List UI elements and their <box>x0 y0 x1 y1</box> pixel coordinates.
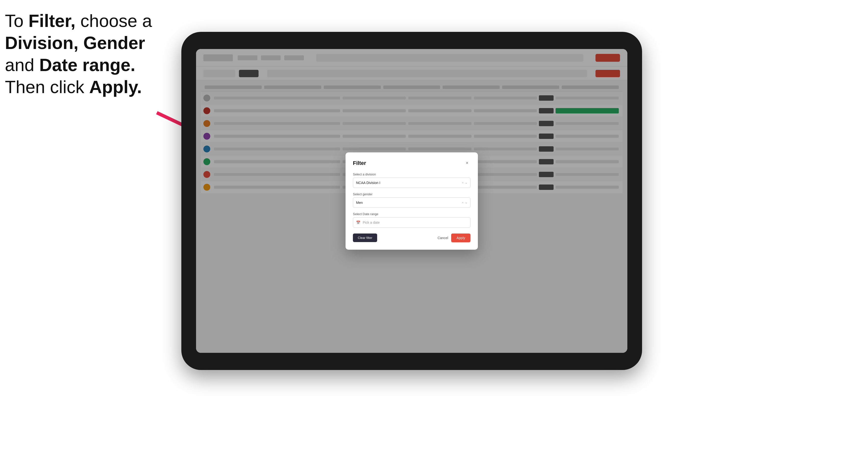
date-range-field: Select Date range 📅 Pick a date <box>353 212 470 228</box>
date-label: Select Date range <box>353 212 470 216</box>
division-select-wrapper: NCAA Division I × ⌄ <box>353 178 470 188</box>
modal-header: Filter × <box>353 160 470 166</box>
division-value: NCAA Division I <box>356 181 380 185</box>
gender-select-wrapper: Men × ⌄ <box>353 197 470 208</box>
bold-filter: Filter, <box>28 11 75 31</box>
filter-modal: Filter × Select a division NCAA Division… <box>345 152 478 250</box>
chevron-down-icon: ⌄ <box>465 201 467 204</box>
gender-value: Men <box>356 201 363 205</box>
footer-right: Cancel Apply <box>437 234 470 242</box>
select-icons: × ⌄ <box>462 181 467 185</box>
bold-date-range: Date range. <box>39 55 135 75</box>
bold-division-gender: Division, Gender <box>5 33 145 53</box>
gender-select[interactable]: Men × ⌄ <box>353 197 470 208</box>
gender-field: Select gender Men × ⌄ <box>353 192 470 208</box>
division-select[interactable]: NCAA Division I × ⌄ <box>353 178 470 188</box>
date-range-input[interactable]: 📅 Pick a date <box>353 217 470 228</box>
clear-filter-button[interactable]: Clear filter <box>353 234 377 242</box>
clear-division-icon[interactable]: × <box>462 181 464 185</box>
apply-button[interactable]: Apply <box>451 234 470 242</box>
date-placeholder: Pick a date <box>363 220 380 224</box>
chevron-down-icon: ⌄ <box>465 181 467 184</box>
bold-apply: Apply. <box>89 77 142 97</box>
tablet-screen: Filter × Select a division NCAA Division… <box>196 49 627 353</box>
close-button[interactable]: × <box>464 160 470 166</box>
calendar-icon: 📅 <box>356 220 360 224</box>
cancel-button[interactable]: Cancel <box>437 236 448 240</box>
modal-footer: Clear filter Cancel Apply <box>353 234 470 242</box>
division-label: Select a division <box>353 173 470 176</box>
modal-title: Filter <box>353 160 366 166</box>
gender-select-icons: × ⌄ <box>462 201 467 204</box>
division-field: Select a division NCAA Division I × ⌄ <box>353 173 470 188</box>
modal-overlay: Filter × Select a division NCAA Division… <box>196 49 627 353</box>
gender-label: Select gender <box>353 192 470 196</box>
instruction-text: To Filter, choose a Division, Gender and… <box>5 10 152 98</box>
clear-gender-icon[interactable]: × <box>462 201 464 204</box>
tablet-frame: Filter × Select a division NCAA Division… <box>181 32 642 370</box>
